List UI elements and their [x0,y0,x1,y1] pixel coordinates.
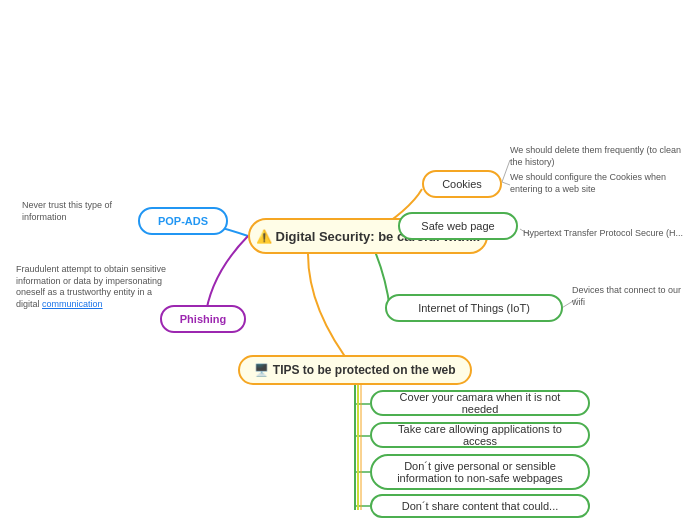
phishing-link[interactable]: communication [42,299,103,309]
safe-web-node[interactable]: Safe web page [398,212,518,240]
pop-side-label: Never trust this type of information [22,200,132,223]
tip3-node[interactable]: Don´t give personal or sensible informat… [370,454,590,490]
iot-node[interactable]: Internet of Things (IoT) [385,294,563,322]
pop-ads-node[interactable]: POP-ADS [138,207,228,235]
cookies-label: Cookies [442,178,482,190]
tip4-label: Don´t share content that could... [402,500,559,512]
tip1-node[interactable]: Cover your camara when it is not needed [370,390,590,416]
iot-label: Internet of Things (IoT) [418,302,530,314]
tips-node[interactable]: 🖥️ TIPS to be protected on the web [238,355,472,385]
phishing-side-label: Fraudulent attempt to obtain sensitive i… [16,264,171,311]
cookies-node[interactable]: Cookies [422,170,502,198]
pop-ads-label: POP-ADS [158,215,208,227]
iot-side-label: Devices that connect to our wifi [572,285,692,308]
tip4-node[interactable]: Don´t share content that could... [370,494,590,518]
tip2-label: Take care allowing applications to acces… [382,423,578,447]
tip1-label: Cover your camara when it is not needed [382,391,578,415]
phishing-node[interactable]: Phishing [160,305,246,333]
phishing-label: Phishing [180,313,226,325]
cookies-side-label2: We should configure the Cookies when ent… [510,172,690,195]
tip2-node[interactable]: Take care allowing applications to acces… [370,422,590,448]
svg-line-7 [502,160,510,182]
safe-web-label: Safe web page [421,220,494,232]
cookies-side-label1: We should delete them frequently (to cle… [510,145,690,168]
safe-side-label: Hypertext Transfer Protocol Secure (H... [523,228,683,240]
tips-label: 🖥️ TIPS to be protected on the web [254,363,455,377]
tip3-label: Don´t give personal or sensible informat… [382,460,578,484]
svg-line-8 [502,182,510,185]
